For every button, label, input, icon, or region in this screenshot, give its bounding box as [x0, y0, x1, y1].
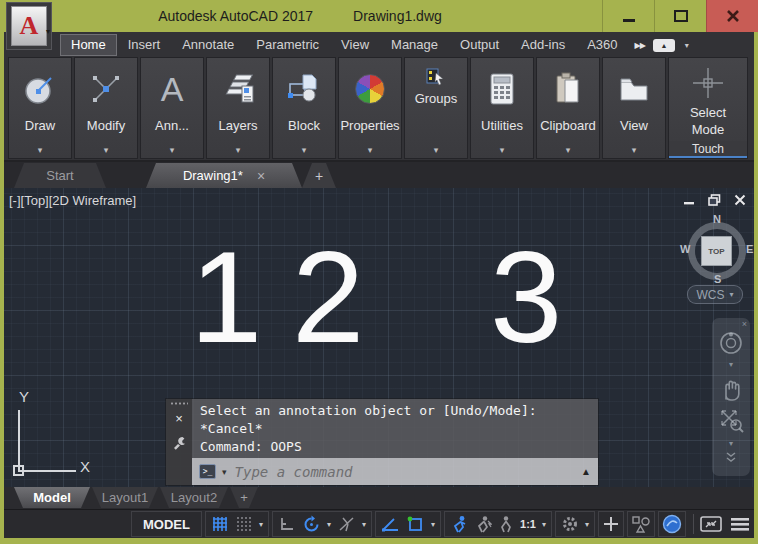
panel-view[interactable]: View ▾: [602, 57, 666, 159]
navbar-close-icon[interactable]: ×: [742, 319, 747, 329]
close-button[interactable]: [706, 0, 758, 32]
maximize-button[interactable]: [654, 0, 706, 32]
panel-modify[interactable]: Modify ▾: [74, 57, 138, 159]
viewport-controls-label[interactable]: [-][Top][2D Wireframe]: [9, 193, 136, 208]
steering-wheel-icon[interactable]: [718, 330, 744, 356]
layout-tab-layout1[interactable]: Layout1: [92, 487, 158, 508]
annotation-autoscale-toggle[interactable]: [472, 512, 494, 536]
viewcube-east[interactable]: E: [746, 243, 753, 255]
new-layout-button[interactable]: +: [230, 487, 258, 508]
graphics-performance-button[interactable]: [658, 511, 686, 537]
viewcube-south[interactable]: S: [714, 273, 721, 285]
viewcube-west[interactable]: W: [680, 243, 690, 255]
ribbon-tab-annotate[interactable]: Annotate: [171, 34, 245, 56]
panel-layers[interactable]: Layers ▾: [206, 57, 270, 159]
ribbon-tab-view[interactable]: View: [330, 34, 380, 56]
ribbon-tab-parametric[interactable]: Parametric: [245, 34, 330, 56]
snap-settings-caret-icon[interactable]: ▾: [257, 520, 265, 529]
command-panel-grip[interactable]: ×: [166, 399, 192, 485]
viewcube-north[interactable]: N: [713, 213, 721, 225]
object-snap-toggle[interactable]: [404, 512, 427, 536]
isolate-objects-button[interactable]: [627, 511, 655, 537]
panel-clipboard-flyout-icon[interactable]: ▾: [566, 145, 571, 155]
isometric-drafting-toggle[interactable]: [335, 512, 358, 536]
workspace-gear-icon[interactable]: [559, 512, 581, 536]
panel-touch[interactable]: Select Mode Touch: [668, 57, 748, 159]
tab-overflow-icon[interactable]: ▶▶: [635, 41, 645, 50]
isometric-caret-icon[interactable]: ▾: [360, 520, 368, 529]
panel-draw-flyout-icon[interactable]: ▾: [38, 145, 43, 155]
application-menu-button[interactable]: A ▾: [6, 2, 52, 50]
wcs-dropdown[interactable]: WCS ▾: [687, 285, 743, 304]
command-close-icon[interactable]: ×: [175, 411, 183, 426]
ortho-mode-toggle[interactable]: [276, 512, 298, 536]
viewport-close-icon[interactable]: [734, 194, 746, 206]
drawing-text-3[interactable]: 3: [490, 232, 562, 362]
layout-tab-layout2[interactable]: Layout2: [160, 487, 228, 508]
viewport-minimize-icon[interactable]: [683, 194, 695, 206]
command-recent-caret-icon[interactable]: ▾: [222, 467, 227, 477]
pan-hand-icon[interactable]: [719, 375, 743, 401]
command-expand-icon[interactable]: ▲: [581, 466, 591, 477]
panel-annotation-flyout-icon[interactable]: ▾: [170, 145, 175, 155]
command-history[interactable]: Select an annotation object or [Undo/Mod…: [192, 399, 598, 458]
zoom-tool-icon[interactable]: [718, 407, 744, 433]
snap-mode-toggle[interactable]: [233, 512, 255, 536]
minimize-button[interactable]: [602, 0, 654, 32]
panel-properties-flyout-icon[interactable]: ▾: [368, 145, 373, 155]
drawing-text-1[interactable]: 1: [190, 232, 262, 362]
osnap-caret-icon[interactable]: ▾: [429, 520, 437, 529]
viewcube-top-face[interactable]: TOP: [701, 236, 732, 266]
ribbon-display-cycle-button[interactable]: ▲: [653, 39, 675, 52]
ribbon-tab-manage[interactable]: Manage: [380, 34, 449, 56]
command-input[interactable]: [233, 463, 576, 481]
ribbon-tab-home[interactable]: Home: [60, 34, 117, 56]
navbar-zoom-caret-icon[interactable]: ▾: [729, 439, 733, 448]
panel-view-flyout-icon[interactable]: ▾: [632, 145, 637, 155]
layout-tab-model[interactable]: Model: [14, 487, 90, 508]
customization-menu-button[interactable]: [728, 512, 752, 536]
annotation-scale-icon[interactable]: [496, 512, 516, 536]
panel-utilities-flyout-icon[interactable]: ▾: [500, 145, 505, 155]
drawing-text-2[interactable]: 2: [292, 232, 364, 362]
panel-block[interactable]: Block ▾: [272, 57, 336, 159]
polar-tracking-toggle[interactable]: [300, 512, 323, 536]
navbar-more-chevrons-icon[interactable]: [724, 452, 738, 464]
customization-plus-button[interactable]: [598, 511, 624, 537]
workspace-caret-icon[interactable]: ▾: [583, 520, 591, 529]
ribbon-tab-output[interactable]: Output: [449, 34, 510, 56]
model-space-button[interactable]: MODEL: [131, 511, 202, 537]
command-wrench-icon[interactable]: [172, 435, 187, 450]
panel-groups-flyout-icon[interactable]: ▾: [434, 145, 439, 155]
ribbon-tab-insert[interactable]: Insert: [117, 34, 172, 56]
navbar-wheel-caret-icon[interactable]: ▾: [729, 360, 733, 369]
ucs-x-axis: [18, 470, 76, 472]
polar-caret-icon[interactable]: ▾: [325, 520, 333, 529]
ribbon-tab-a360[interactable]: A360: [576, 34, 628, 56]
panel-utilities[interactable]: Utilities ▾: [470, 57, 534, 159]
drawing-viewport[interactable]: [-][Top][2D Wireframe] 1 2 3 N W E S TOP…: [4, 188, 754, 487]
panel-block-flyout-icon[interactable]: ▾: [302, 145, 307, 155]
file-tab-drawing1[interactable]: Drawing1* ×: [146, 163, 302, 188]
panel-layers-flyout-icon[interactable]: ▾: [236, 145, 241, 155]
annotation-scale-caret-icon[interactable]: ▾: [540, 520, 548, 529]
ribbon-tab-addins[interactable]: Add-ins: [510, 34, 576, 56]
grid-display-toggle[interactable]: [209, 512, 231, 536]
annotation-visibility-toggle[interactable]: [448, 512, 470, 536]
clean-screen-button[interactable]: [698, 512, 724, 536]
panel-clipboard[interactable]: Clipboard ▾: [536, 57, 600, 159]
panel-groups[interactable]: Groups ▾: [404, 57, 468, 159]
document-title: Drawing1.dwg: [353, 8, 442, 24]
panel-properties[interactable]: Properties ▾: [338, 57, 402, 159]
file-tab-close-icon[interactable]: ×: [257, 168, 265, 184]
command-drag-handle[interactable]: [170, 402, 188, 405]
panel-modify-flyout-icon[interactable]: ▾: [104, 145, 109, 155]
new-drawing-tab-button[interactable]: +: [302, 163, 336, 188]
object-snap-tracking-toggle[interactable]: [379, 512, 402, 536]
panel-draw[interactable]: Draw ▾: [8, 57, 72, 159]
viewport-restore-icon[interactable]: [708, 194, 721, 206]
ribbon-display-caret-icon[interactable]: ▾: [683, 41, 691, 50]
panel-annotation[interactable]: A Ann... ▾: [140, 57, 204, 159]
file-tab-start[interactable]: Start: [14, 163, 106, 188]
annotation-scale-value[interactable]: 1:1: [518, 512, 538, 536]
